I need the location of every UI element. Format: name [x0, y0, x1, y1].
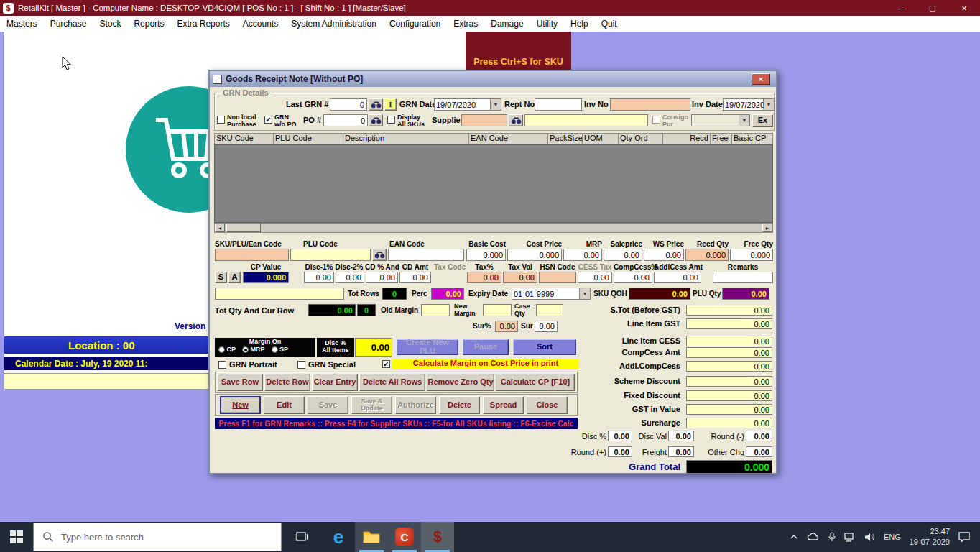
delete-row-button[interactable]: Delete Row	[264, 374, 310, 391]
disc-all-items-field[interactable]: 0.00	[355, 338, 392, 356]
other-chg-field[interactable]: 0.00	[746, 446, 772, 457]
tax-val-field[interactable]: 0.00	[503, 272, 537, 283]
grn-portrait-checkbox[interactable]	[218, 361, 226, 369]
menu-item-purchase[interactable]: Purchase	[44, 19, 93, 29]
task-view-button[interactable]	[285, 522, 318, 552]
delete-all-rows-button[interactable]: Delete All Rows	[359, 374, 425, 391]
description-field[interactable]	[215, 288, 344, 300]
cd-pct-field[interactable]: 0.00	[366, 272, 398, 283]
grid-horizontal-scrollbar[interactable]: ◄ ►	[214, 223, 773, 233]
spread-button[interactable]: Spread	[483, 396, 524, 414]
plu-code-field[interactable]	[290, 249, 371, 261]
menu-item-system-administration[interactable]: System Administration	[285, 19, 383, 29]
disc2-field[interactable]: 0.00	[336, 272, 364, 283]
new-margin-field[interactable]	[483, 304, 512, 316]
grid-column-header[interactable]: UOM	[583, 134, 619, 144]
s-button[interactable]: S	[215, 272, 227, 283]
grn-date-dropdown[interactable]: 19/07/2020 ▼	[434, 98, 501, 111]
supplier-code-field[interactable]	[461, 114, 507, 126]
volume-icon[interactable]	[864, 533, 875, 542]
minimize-icon[interactable]: –	[885, 0, 917, 16]
menu-item-reports[interactable]: Reports	[127, 19, 170, 29]
sku-lookup-button[interactable]	[372, 249, 387, 261]
inv-no-field[interactable]	[610, 98, 690, 111]
scroll-left-icon[interactable]: ◄	[215, 224, 225, 232]
disc-val-field[interactable]: 0.00	[668, 431, 694, 441]
maximize-icon[interactable]: □	[917, 0, 948, 16]
old-margin-field[interactable]	[421, 304, 450, 316]
ws-price-field[interactable]: 0.00	[644, 249, 684, 261]
margin-mrp-radio[interactable]: MRP	[242, 346, 265, 353]
mrp-field[interactable]: 0.00	[563, 249, 602, 261]
grid-column-header[interactable]: Description	[343, 134, 469, 144]
edge-icon[interactable]: e	[322, 522, 355, 552]
grid-column-header[interactable]: Recd	[663, 134, 711, 144]
menu-item-masters[interactable]: Masters	[0, 19, 44, 29]
delete-button[interactable]: Delete	[439, 396, 480, 414]
menu-item-extra-reports[interactable]: Extra Reports	[170, 19, 236, 29]
disc-pct-field[interactable]: 0.00	[608, 431, 632, 441]
file-explorer-icon[interactable]	[355, 522, 388, 552]
grid-column-header[interactable]: PackSize	[548, 134, 583, 144]
non-local-purchase-checkbox[interactable]	[217, 116, 225, 124]
menu-item-accounts[interactable]: Accounts	[236, 19, 285, 29]
margin-cp-radio[interactable]: CP	[218, 346, 236, 353]
chevron-down-icon[interactable]: ▼	[763, 99, 774, 110]
save-button[interactable]: Save	[308, 396, 348, 414]
pause-button[interactable]: Pause	[463, 339, 509, 355]
menu-item-extras[interactable]: Extras	[447, 19, 484, 29]
a-button[interactable]: A	[228, 272, 241, 283]
microphone-icon[interactable]	[828, 532, 836, 542]
cd-amt-field[interactable]: 0.00	[399, 272, 431, 283]
disc1-field[interactable]: 0.00	[304, 272, 334, 283]
c-app-icon[interactable]: C	[388, 522, 421, 552]
chevron-down-icon[interactable]: ▼	[579, 288, 590, 299]
recd-qty-field[interactable]: 0.000	[685, 249, 729, 261]
grid-column-header[interactable]: PLU Code	[274, 134, 343, 144]
cp-value-field[interactable]: 0.000	[243, 272, 289, 283]
po-lookup-button[interactable]	[369, 114, 383, 126]
consign-dropdown[interactable]: ▼	[691, 114, 750, 126]
menu-item-help[interactable]: Help	[564, 19, 595, 29]
create-new-plu-button[interactable]: Create New PLU	[397, 339, 458, 355]
excise-button[interactable]: Ex	[752, 114, 773, 127]
free-qty-field[interactable]: 0.000	[730, 249, 773, 261]
scrollbar-thumb[interactable]	[226, 224, 261, 232]
close-icon[interactable]: ×	[948, 0, 980, 16]
calc-margin-checkbox[interactable]: ✓	[382, 360, 390, 368]
addlcess-field[interactable]: 0.00	[654, 272, 701, 283]
hsn-code-field[interactable]	[539, 272, 576, 283]
cost-price-field[interactable]: 0.000	[507, 249, 562, 261]
grn-wo-po-checkbox[interactable]: ✓	[264, 116, 272, 124]
remove-zero-qty-button[interactable]: Remove Zero Qty	[427, 374, 494, 391]
compcess-field[interactable]: 0.00	[614, 272, 652, 283]
scroll-right-icon[interactable]: ►	[762, 224, 772, 232]
cess-tax-field[interactable]: 0.00	[578, 272, 612, 283]
consign-pur-checkbox[interactable]	[652, 116, 660, 124]
round-minus-field[interactable]: 0.00	[746, 431, 772, 441]
language-indicator[interactable]: ENG	[884, 533, 901, 541]
chevron-down-icon[interactable]: ▼	[490, 99, 501, 110]
grid-body[interactable]	[214, 144, 773, 223]
dialog-close-icon[interactable]: ×	[752, 73, 770, 85]
grid-column-header[interactable]: EAN Code	[469, 134, 548, 144]
menu-item-configuration[interactable]: Configuration	[383, 19, 447, 29]
expiry-date-dropdown[interactable]: 01-01-9999 ▼	[512, 288, 591, 300]
grn-special-checkbox[interactable]	[297, 361, 305, 369]
info-button[interactable]: I	[384, 98, 397, 111]
menu-item-quit[interactable]: Quit	[595, 19, 624, 29]
basic-cost-field[interactable]: 0.000	[466, 249, 506, 261]
edit-button[interactable]: Edit	[264, 396, 305, 414]
authorize-button[interactable]: Authorize	[395, 396, 436, 414]
sur-pct-field[interactable]: 0.00	[495, 321, 518, 332]
onedrive-cloud-icon[interactable]	[807, 533, 820, 541]
freight-field[interactable]: 0.00	[668, 446, 694, 457]
menu-item-utility[interactable]: Utility	[530, 19, 564, 29]
perc-field[interactable]: 0.00	[431, 288, 464, 300]
chevron-down-icon[interactable]: ▼	[739, 115, 749, 126]
po-field[interactable]: 0	[323, 114, 368, 126]
dialog-titlebar[interactable]: Goods Receipt Note [Without PO] ×	[210, 71, 776, 87]
new-button[interactable]: New	[220, 396, 261, 414]
taskbar-search[interactable]: Type here to search	[33, 523, 282, 551]
grid-column-header[interactable]: Basic CP	[732, 134, 772, 144]
